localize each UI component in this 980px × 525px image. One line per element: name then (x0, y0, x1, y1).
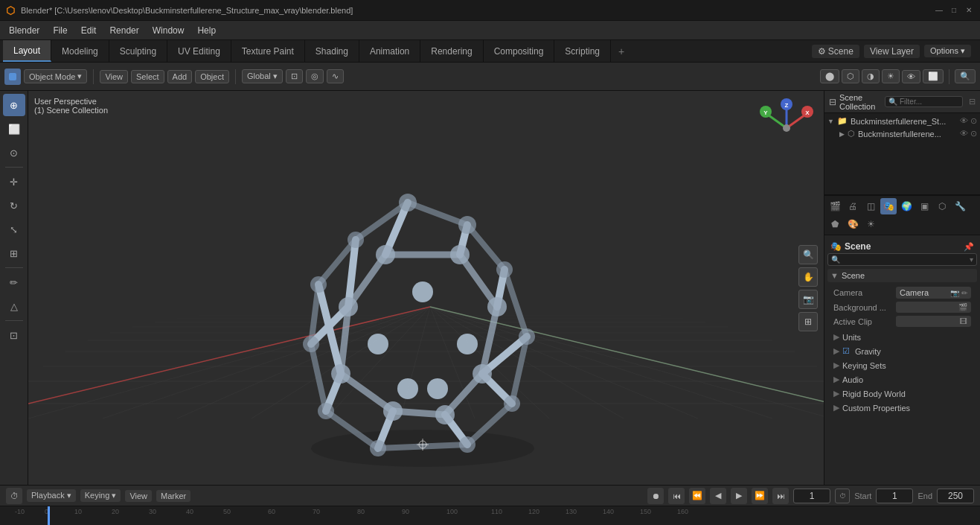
gravity-section[interactable]: ▶ ☑ Gravity (827, 344, 977, 358)
3d-viewport[interactable]: User Perspective (1) Scene Collection Z … (28, 91, 824, 485)
global-transform-selector[interactable]: Global ▾ (242, 69, 283, 83)
viewport-shading-material[interactable]: ◑ (862, 69, 880, 83)
outliner-filter-button[interactable]: ⊟ (969, 97, 976, 106)
object-menu[interactable]: Object (195, 70, 229, 83)
prop-tab-constraint[interactable]: ☀ (862, 216, 879, 232)
current-frame-display[interactable]: 1 (793, 489, 830, 503)
transform-button[interactable]: ⊞ (3, 242, 25, 264)
maximize-button[interactable]: □ (949, 5, 959, 16)
options-button[interactable]: Options ▾ (924, 45, 971, 57)
measure-button[interactable]: △ (3, 295, 25, 317)
view-menu-tl[interactable]: View (125, 490, 152, 502)
object-mode-selector[interactable]: Object Mode ▾ (24, 69, 87, 83)
menu-window[interactable]: Window (147, 24, 190, 37)
select-tool-button[interactable]: ⊕ (3, 94, 25, 116)
camera-button[interactable]: 📷 (798, 290, 818, 309)
lasso-select-button[interactable]: ⊙ (3, 141, 25, 164)
camera-value[interactable]: Camera 📷 ✏ (896, 287, 971, 299)
viewport-overlay[interactable]: 👁 (902, 70, 920, 83)
tab-texture-paint[interactable]: Texture Paint (231, 40, 305, 62)
view-layer-selector[interactable]: View Layer (864, 45, 920, 58)
view-menu[interactable]: View (100, 70, 128, 83)
viewport-shading-solid[interactable]: ⬤ (820, 69, 839, 83)
prev-frame-button[interactable]: ⏪ (689, 488, 705, 504)
tab-uv-editing[interactable]: UV Editing (167, 40, 231, 62)
playback-menu[interactable]: Playback ▾ (27, 489, 76, 502)
tab-modeling[interactable]: Modeling (51, 40, 109, 62)
prop-tab-modifier[interactable]: 🔧 (952, 198, 968, 214)
pan-button[interactable]: ✋ (798, 267, 818, 287)
camera-edit-icon[interactable]: 📷 ✏ (950, 289, 967, 297)
rigid-body-section[interactable]: ▶ Rigid Body World (827, 386, 977, 401)
start-frame-display[interactable]: 1 (876, 489, 913, 503)
tab-sculpting[interactable]: Sculpting (109, 40, 167, 62)
frame-rate-button[interactable]: ⏱ (835, 489, 850, 503)
restrict-icon[interactable]: ⊙ (970, 116, 977, 126)
rotate-button[interactable]: ↻ (3, 194, 25, 217)
timeline-track[interactable]: -10 0 10 20 30 40 50 60 70 80 90 100 110… (0, 506, 980, 525)
close-button[interactable]: ✕ (964, 5, 974, 16)
xray-toggle[interactable]: ⬜ (923, 69, 944, 83)
box-select-button[interactable]: ⬜ (3, 118, 25, 140)
keying-sets-section[interactable]: ▶ Keying Sets (827, 358, 977, 372)
keying-menu[interactable]: Keying ▾ (80, 489, 121, 502)
prop-tab-particles[interactable]: ⬟ (827, 216, 843, 232)
add-primitive-button[interactable]: ⊡ (3, 324, 25, 346)
menu-render[interactable]: Render (103, 24, 144, 37)
marker-menu[interactable]: Marker (156, 490, 190, 502)
snap-toggle[interactable]: ⊡ (286, 69, 303, 83)
prop-tab-view-layer[interactable]: ◫ (862, 198, 879, 214)
menu-edit[interactable]: Edit (75, 24, 103, 37)
prop-tab-material[interactable]: 🎨 (845, 216, 861, 232)
pin-icon[interactable]: 📌 (964, 242, 974, 252)
mesh-restrict-icon[interactable]: ⊙ (970, 129, 977, 139)
prop-tab-mesh[interactable]: ⬡ (934, 198, 950, 214)
outliner-mesh-object[interactable]: ▶ ⬡ Buckminsterfullerene... 👁 ⊙ (824, 127, 980, 140)
mesh-visibility-icon[interactable]: 👁 (960, 129, 968, 139)
properties-search[interactable]: 🔍 ▾ (827, 253, 977, 266)
proportional-edit[interactable]: ◎ (306, 69, 324, 83)
annotate-button[interactable]: ✏ (3, 271, 25, 293)
menu-blender[interactable]: Blender (3, 24, 45, 37)
record-button[interactable]: ⏺ (647, 488, 664, 504)
scene-section-header[interactable]: ▼ Scene (827, 269, 977, 282)
visibility-icon[interactable]: 👁 (960, 116, 968, 126)
outliner-search-input[interactable] (900, 98, 959, 106)
prop-tab-world[interactable]: 🌍 (898, 198, 915, 214)
outliner-scene-collection[interactable]: ▼ 📁 Buckminsterfullerene_St... 👁 ⊙ (824, 115, 980, 127)
skip-start-button[interactable]: ⏮ (668, 488, 685, 504)
end-frame-display[interactable]: 250 (937, 489, 974, 503)
prop-tab-scene[interactable]: 🎭 (880, 198, 897, 214)
properties-search-input[interactable] (842, 255, 967, 264)
custom-props-section[interactable]: ▶ Custom Properties (827, 401, 977, 415)
play-button[interactable]: ▶ (731, 488, 747, 504)
prop-tab-object[interactable]: ▣ (916, 198, 932, 214)
ortho-button[interactable]: ⊞ (798, 312, 818, 331)
snap-element[interactable]: ∿ (327, 69, 344, 83)
scale-button[interactable]: ⤡ (3, 218, 25, 241)
units-section[interactable]: ▶ Units (827, 330, 977, 344)
viewport-shading-wireframe[interactable]: ⬡ (842, 69, 859, 83)
audio-section[interactable]: ▶ Audio (827, 372, 977, 386)
tab-rendering[interactable]: Rendering (420, 40, 483, 62)
scene-selector[interactable]: ⚙ Scene (812, 45, 859, 58)
gizmo-widget[interactable]: Z X Y (757, 98, 816, 158)
tab-animation[interactable]: Animation (359, 40, 420, 62)
active-clip-value[interactable]: 🎞 (896, 316, 971, 327)
menu-file[interactable]: File (47, 24, 73, 37)
tab-shading[interactable]: Shading (305, 40, 359, 62)
outliner-search-box[interactable]: 🔍 (885, 96, 963, 107)
menu-help[interactable]: Help (191, 24, 222, 37)
tab-scripting[interactable]: Scripting (554, 40, 611, 62)
background-value[interactable]: 🎬 (896, 302, 971, 313)
add-menu[interactable]: Add (167, 70, 193, 83)
add-workspace-button[interactable]: + (611, 40, 632, 62)
prop-search-dropdown[interactable]: ▾ (970, 255, 973, 264)
gravity-checkbox[interactable]: ☑ (842, 346, 850, 356)
skip-end-button[interactable]: ⏭ (772, 488, 789, 504)
minimize-button[interactable]: — (934, 5, 944, 16)
zoom-in-button[interactable]: 🔍 (798, 245, 818, 264)
tab-layout[interactable]: Layout (3, 40, 51, 62)
move-button[interactable]: ✛ (3, 171, 25, 193)
viewport-shading-rendered[interactable]: ☀ (882, 69, 900, 83)
